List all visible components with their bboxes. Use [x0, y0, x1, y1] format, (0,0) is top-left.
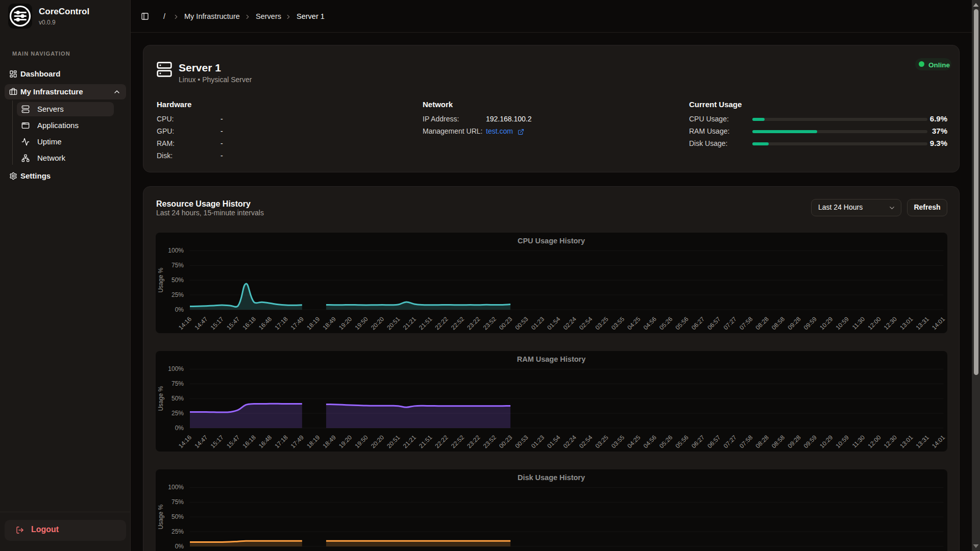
svg-text:14:47: 14:47 — [193, 434, 209, 449]
svg-text:16:48: 16:48 — [257, 315, 273, 331]
svg-text:17:18: 17:18 — [273, 315, 289, 331]
svg-text:14:01: 14:01 — [930, 434, 946, 449]
svg-text:15:47: 15:47 — [225, 434, 241, 449]
svg-text:19:50: 19:50 — [353, 434, 369, 449]
svg-text:10:59: 10:59 — [835, 315, 850, 331]
svg-text:23:52: 23:52 — [482, 434, 498, 449]
svg-text:23:52: 23:52 — [482, 315, 498, 331]
svg-text:16:48: 16:48 — [257, 434, 273, 449]
svg-text:01:23: 01:23 — [530, 315, 546, 331]
svg-text:12:30: 12:30 — [883, 434, 898, 449]
svg-text:13:31: 13:31 — [915, 434, 930, 449]
svg-text:08:58: 08:58 — [770, 315, 786, 331]
svg-text:02:54: 02:54 — [578, 315, 594, 331]
svg-text:18:49: 18:49 — [322, 434, 337, 449]
svg-text:04:25: 04:25 — [626, 434, 642, 449]
svg-text:12:00: 12:00 — [866, 315, 882, 331]
svg-text:23:22: 23:22 — [465, 434, 481, 449]
svg-text:14:47: 14:47 — [193, 315, 209, 331]
svg-text:09:28: 09:28 — [786, 315, 802, 331]
svg-text:00:53: 00:53 — [513, 315, 529, 331]
svg-text:Usage %: Usage % — [157, 505, 164, 530]
svg-text:07:27: 07:27 — [722, 315, 738, 331]
svg-text:20:20: 20:20 — [370, 434, 385, 449]
svg-text:01:54: 01:54 — [546, 434, 561, 449]
svg-text:17:49: 17:49 — [289, 315, 305, 331]
svg-text:50%: 50% — [172, 395, 184, 402]
svg-text:23:22: 23:22 — [465, 315, 481, 331]
svg-text:10:29: 10:29 — [818, 315, 834, 331]
svg-text:0%: 0% — [175, 543, 184, 550]
svg-text:75%: 75% — [172, 380, 184, 387]
svg-text:17:18: 17:18 — [273, 434, 289, 449]
svg-text:25%: 25% — [172, 291, 184, 298]
svg-text:Usage %: Usage % — [157, 386, 164, 411]
svg-text:11:30: 11:30 — [851, 315, 867, 331]
svg-text:20:51: 20:51 — [385, 434, 401, 449]
svg-text:15:17: 15:17 — [209, 434, 225, 449]
svg-text:05:56: 05:56 — [674, 315, 690, 331]
svg-text:17:49: 17:49 — [289, 434, 305, 449]
svg-text:0%: 0% — [175, 306, 184, 313]
svg-text:00:53: 00:53 — [513, 434, 529, 449]
svg-text:13:31: 13:31 — [915, 315, 930, 331]
svg-text:18:19: 18:19 — [305, 315, 321, 331]
svg-text:15:47: 15:47 — [225, 315, 241, 331]
svg-text:21:51: 21:51 — [418, 315, 433, 331]
svg-text:00:23: 00:23 — [498, 315, 513, 331]
svg-text:15:17: 15:17 — [209, 315, 225, 331]
svg-text:18:19: 18:19 — [305, 434, 321, 449]
svg-text:16:18: 16:18 — [241, 315, 257, 331]
svg-text:05:26: 05:26 — [658, 434, 674, 449]
svg-text:01:54: 01:54 — [546, 315, 561, 331]
svg-text:14:01: 14:01 — [930, 315, 946, 331]
svg-text:10:59: 10:59 — [835, 434, 850, 449]
svg-text:11:30: 11:30 — [851, 434, 867, 449]
svg-text:22:52: 22:52 — [450, 434, 465, 449]
svg-text:02:24: 02:24 — [562, 315, 578, 331]
svg-text:Disk Usage History: Disk Usage History — [518, 473, 585, 482]
svg-text:05:26: 05:26 — [658, 315, 674, 331]
svg-text:19:50: 19:50 — [353, 315, 369, 331]
svg-text:RAM Usage History: RAM Usage History — [517, 355, 586, 363]
svg-text:02:54: 02:54 — [578, 434, 594, 449]
svg-text:75%: 75% — [172, 498, 184, 506]
svg-text:09:59: 09:59 — [802, 434, 818, 449]
svg-text:07:27: 07:27 — [722, 434, 738, 449]
svg-text:02:24: 02:24 — [562, 434, 578, 449]
svg-text:22:52: 22:52 — [450, 315, 465, 331]
svg-text:09:59: 09:59 — [802, 315, 818, 331]
svg-text:06:27: 06:27 — [690, 315, 706, 331]
svg-text:CPU Usage History: CPU Usage History — [518, 237, 585, 245]
svg-text:25%: 25% — [172, 410, 184, 417]
svg-text:100%: 100% — [168, 247, 184, 254]
svg-text:04:56: 04:56 — [642, 434, 658, 449]
svg-text:20:20: 20:20 — [370, 315, 385, 331]
svg-text:0%: 0% — [175, 424, 184, 432]
svg-text:16:18: 16:18 — [241, 434, 257, 449]
svg-text:10:29: 10:29 — [818, 434, 834, 449]
svg-text:25%: 25% — [172, 528, 184, 535]
svg-text:19:20: 19:20 — [337, 434, 353, 449]
svg-text:08:28: 08:28 — [754, 434, 770, 449]
svg-text:08:28: 08:28 — [754, 315, 770, 331]
svg-text:01:23: 01:23 — [530, 434, 546, 449]
svg-text:06:27: 06:27 — [690, 434, 706, 449]
svg-text:06:57: 06:57 — [706, 315, 722, 331]
svg-text:21:21: 21:21 — [402, 434, 418, 449]
svg-text:50%: 50% — [172, 513, 184, 520]
svg-text:22:22: 22:22 — [433, 434, 449, 449]
svg-text:100%: 100% — [168, 365, 184, 372]
svg-text:03:55: 03:55 — [610, 315, 626, 331]
svg-text:14:16: 14:16 — [177, 434, 193, 449]
svg-text:12:00: 12:00 — [866, 434, 882, 449]
svg-text:03:55: 03:55 — [610, 434, 626, 449]
svg-text:07:58: 07:58 — [738, 434, 754, 449]
svg-text:21:21: 21:21 — [402, 315, 418, 331]
svg-text:13:01: 13:01 — [898, 315, 914, 331]
svg-text:03:25: 03:25 — [594, 434, 609, 449]
svg-text:19:20: 19:20 — [337, 315, 353, 331]
svg-text:03:25: 03:25 — [594, 315, 609, 331]
svg-text:04:56: 04:56 — [642, 315, 658, 331]
svg-text:08:58: 08:58 — [770, 434, 786, 449]
